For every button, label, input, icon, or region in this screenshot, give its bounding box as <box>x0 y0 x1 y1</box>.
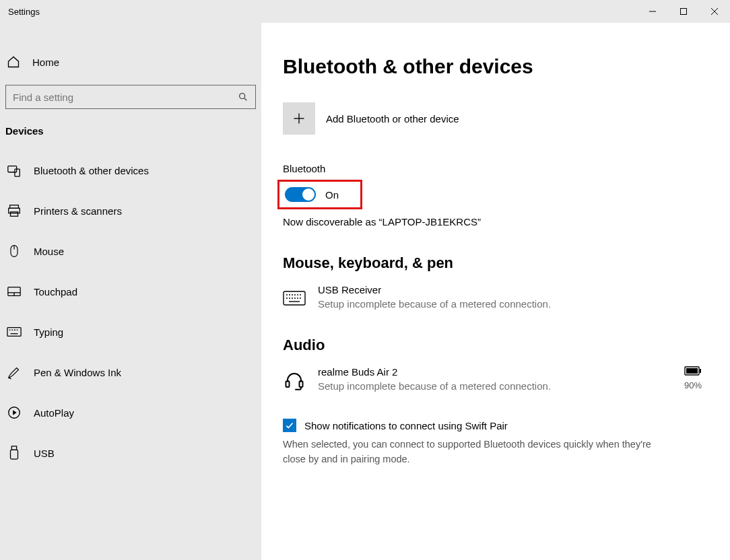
plus-icon <box>292 112 306 125</box>
svg-rect-7 <box>15 169 20 176</box>
sidebar-item-label: Pen & Windows Ink <box>34 367 121 378</box>
minimize-button[interactable] <box>637 0 668 23</box>
sidebar-item-bluetooth[interactable]: Bluetooth & other devices <box>0 150 261 190</box>
printer-icon <box>7 203 22 218</box>
svg-rect-24 <box>11 446 16 450</box>
svg-line-5 <box>244 98 246 100</box>
sidebar: Home Devices Bluetooth & other devices P… <box>0 23 261 560</box>
titlebar: Settings <box>0 0 730 23</box>
mouse-section-title: Mouse, keyboard, & pen <box>283 254 708 272</box>
swift-pair-checkbox[interactable] <box>283 419 296 432</box>
svg-rect-45 <box>686 368 698 374</box>
check-icon <box>285 421 294 430</box>
svg-rect-16 <box>7 328 21 337</box>
sidebar-item-label: Printers & scanners <box>34 205 122 217</box>
add-device-button[interactable]: Add Bluetooth or other device <box>283 102 708 135</box>
mouse-icon <box>7 244 22 258</box>
sidebar-item-pen[interactable]: Pen & Windows Ink <box>0 352 261 392</box>
maximize-button[interactable] <box>668 0 699 23</box>
sidebar-item-printers[interactable]: Printers & scanners <box>0 190 261 231</box>
add-device-tile <box>283 102 315 135</box>
usb-icon <box>7 446 22 460</box>
sidebar-item-usb[interactable]: USB <box>0 433 261 473</box>
svg-rect-43 <box>300 381 303 387</box>
sidebar-item-label: Typing <box>34 326 63 338</box>
sidebar-item-label: AutoPlay <box>34 407 74 419</box>
sidebar-item-mouse[interactable]: Mouse <box>0 231 261 271</box>
svg-rect-8 <box>10 205 19 209</box>
home-label: Home <box>32 57 59 68</box>
page-title: Bluetooth & other devices <box>283 55 708 78</box>
close-icon <box>710 7 719 15</box>
swift-pair-description: When selected, you can connect to suppor… <box>283 438 660 467</box>
svg-rect-46 <box>700 369 701 373</box>
add-device-label: Add Bluetooth or other device <box>326 113 459 125</box>
bluetooth-devices-icon <box>7 163 22 178</box>
home-icon <box>7 55 20 69</box>
discoverable-text: Now discoverable as “LAPTOP-JB1EKRCS” <box>283 216 708 228</box>
main-content: Bluetooth & other devices Add Bluetooth … <box>261 23 730 560</box>
window-title: Settings <box>8 7 40 17</box>
maximize-icon <box>679 7 688 15</box>
device-status: Setup incomplete because of a metered co… <box>318 380 551 392</box>
audio-section-title: Audio <box>283 337 708 354</box>
bluetooth-toggle-highlight: On <box>277 180 362 209</box>
sidebar-item-label: USB <box>34 448 55 459</box>
autoplay-icon <box>7 405 22 420</box>
bluetooth-label: Bluetooth <box>283 163 708 174</box>
svg-marker-23 <box>13 410 17 415</box>
search-icon <box>238 92 248 102</box>
svg-rect-1 <box>681 9 687 15</box>
device-name: USB Receiver <box>318 284 551 295</box>
svg-point-4 <box>240 94 245 99</box>
sidebar-item-label: Mouse <box>34 246 64 257</box>
swift-pair-label: Show notifications to connect using Swif… <box>304 420 508 431</box>
sidebar-item-touchpad[interactable]: Touchpad <box>0 271 261 312</box>
battery-percent: 90% <box>684 380 702 390</box>
close-button[interactable] <box>699 0 730 23</box>
touchpad-icon <box>7 284 22 299</box>
minimize-icon <box>649 7 657 15</box>
svg-rect-42 <box>286 381 290 387</box>
device-status: Setup incomplete because of a metered co… <box>318 298 551 310</box>
svg-rect-25 <box>11 450 18 459</box>
search-input[interactable] <box>13 92 238 103</box>
home-nav[interactable]: Home <box>0 47 261 77</box>
keyboard-icon <box>7 324 22 339</box>
toggle-knob <box>302 188 314 201</box>
sidebar-item-typing[interactable]: Typing <box>0 312 261 352</box>
device-name: realme Buds Air 2 <box>318 366 551 378</box>
svg-rect-10 <box>11 212 18 216</box>
pen-icon <box>7 365 22 380</box>
battery-icon <box>684 366 702 376</box>
keyboard-device-icon <box>283 287 306 310</box>
sidebar-item-autoplay[interactable]: AutoPlay <box>0 392 261 433</box>
bluetooth-toggle[interactable] <box>285 187 316 202</box>
sidebar-item-label: Touchpad <box>34 286 77 298</box>
device-audio-buds[interactable]: realme Buds Air 2 Setup incomplete becau… <box>283 366 708 392</box>
toggle-state-label: On <box>325 189 339 201</box>
device-usb-receiver[interactable]: USB Receiver Setup incomplete because of… <box>283 284 708 310</box>
sidebar-item-label: Bluetooth & other devices <box>34 165 149 176</box>
search-box[interactable] <box>5 85 256 109</box>
headset-icon <box>283 369 306 392</box>
sidebar-section-label: Devices <box>0 121 261 150</box>
